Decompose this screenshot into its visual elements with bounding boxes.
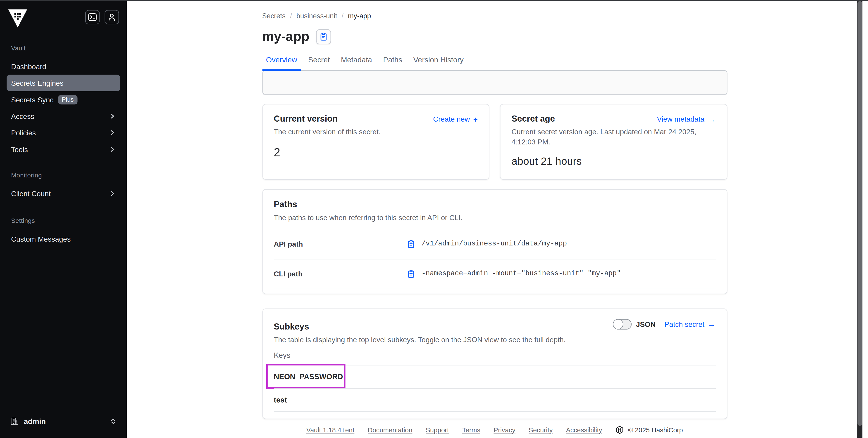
breadcrumb-separator: /: [290, 12, 292, 20]
sidebar-header: [0, 0, 127, 28]
main-area: Secrets / business-unit / my-app my-app: [127, 0, 862, 438]
chevron-right-icon: [109, 113, 116, 119]
json-toggle[interactable]: JSON: [613, 319, 655, 329]
sidebar-section-monitoring: Monitoring: [6, 172, 120, 178]
json-toggle-label: JSON: [636, 320, 656, 328]
sidebar-item-secrets-sync[interactable]: Secrets Sync Plus: [6, 91, 120, 108]
sidebar-section-settings: Settings: [6, 217, 120, 224]
secret-age-description: Current secret version age. Last updated…: [512, 127, 715, 147]
building-icon: [10, 417, 19, 426]
clipboard-copy-icon: [319, 32, 328, 41]
sidebar-nav: Vault Dashboard Secrets Engines Secrets …: [0, 28, 127, 408]
subkeys-title: Subkeys: [274, 322, 309, 332]
breadcrumb-my-app: my-app: [348, 12, 371, 20]
footer-link-documentation[interactable]: Documentation: [368, 426, 412, 434]
sidebar-item-client-count[interactable]: Client Count: [6, 185, 120, 202]
screenshot-stage: Vault Dashboard Secrets Engines Secrets …: [0, 0, 868, 438]
toggle-knob: [613, 319, 623, 329]
sidebar-item-secrets-engines[interactable]: Secrets Engines: [6, 75, 120, 91]
toggle-track[interactable]: [613, 319, 631, 329]
footer-link-privacy[interactable]: Privacy: [494, 426, 515, 434]
copy-api-path-button[interactable]: [407, 240, 415, 248]
sidebar-item-custom-messages[interactable]: Custom Messages: [6, 231, 120, 247]
content-column: Secrets / business-unit / my-app my-app: [262, 12, 727, 419]
namespace-label: admin: [24, 417, 104, 426]
tab-version-history[interactable]: Version History: [409, 56, 467, 70]
sidebar-item-tools[interactable]: Tools: [6, 141, 120, 158]
view-metadata-link[interactable]: View metadata →: [657, 115, 715, 124]
footer-link-vault-version[interactable]: Vault 1.18.4+ent: [306, 426, 354, 434]
footer: Vault 1.18.4+ent Documentation Support T…: [127, 426, 862, 434]
cli-path-value: -namespace=admin -mount="business-unit" …: [422, 270, 621, 277]
footer-copyright: © 2025 HashiCorp: [616, 426, 683, 434]
paths-title: Paths: [274, 200, 715, 209]
copy-secret-path-button[interactable]: [316, 29, 331, 44]
path-rows: API path /v1/admin/business-unit/data/my…: [274, 229, 715, 289]
sidebar-actions: [85, 10, 119, 25]
patch-secret-link[interactable]: Patch secret →: [664, 320, 715, 328]
sidebar-item-dashboard[interactable]: Dashboard: [6, 58, 120, 75]
arrow-right-icon: →: [708, 115, 715, 123]
page-scrollbar[interactable]: [857, 0, 862, 438]
user-icon: [107, 13, 116, 22]
secret-age-title: Secret age: [512, 114, 555, 124]
arrow-right-icon: →: [708, 320, 715, 328]
current-version-card: Current version Create new + The current…: [262, 104, 489, 180]
breadcrumb-secrets[interactable]: Secrets: [262, 12, 285, 20]
title-row: my-app: [262, 28, 727, 45]
sidebar-item-policies[interactable]: Policies: [6, 124, 120, 141]
sidebar: Vault Dashboard Secrets Engines Secrets …: [0, 0, 127, 438]
chevron-right-icon: [109, 146, 116, 153]
api-path-label: API path: [274, 240, 407, 248]
chevron-right-icon: [109, 129, 116, 136]
namespace-picker[interactable]: admin: [8, 413, 119, 429]
footer-link-security[interactable]: Security: [529, 426, 553, 434]
cli-path-label: CLI path: [274, 270, 407, 278]
breadcrumb-business-unit[interactable]: business-unit: [297, 12, 337, 20]
footer-link-accessibility[interactable]: Accessibility: [566, 426, 602, 434]
tab-secret[interactable]: Secret: [304, 56, 334, 70]
breadcrumb-separator: /: [342, 12, 344, 20]
api-path-row: API path /v1/admin/business-unit/data/my…: [274, 229, 715, 259]
tab-paths[interactable]: Paths: [379, 56, 406, 70]
footer-link-support[interactable]: Support: [426, 426, 449, 434]
window-top-edge: [0, 0, 868, 1]
tab-bar: Overview Secret Metadata Paths Version H…: [262, 56, 727, 70]
current-version-title: Current version: [274, 114, 338, 124]
scrollbar-thumb[interactable]: [858, 1, 862, 426]
page-title: my-app: [262, 28, 309, 45]
chevron-right-icon: [109, 190, 116, 197]
up-down-chevrons-icon: [110, 417, 117, 425]
empty-toolbar: [262, 70, 727, 95]
overview-cards: Current version Create new + The current…: [262, 104, 727, 180]
cli-path-row: CLI path -namespace=admin -mount="busine…: [274, 259, 715, 289]
breadcrumb: Secrets / business-unit / my-app: [262, 12, 727, 20]
plus-badge: Plus: [58, 95, 78, 104]
paths-card: Paths The paths to use when referring to…: [262, 189, 727, 294]
keys-column-header: Keys: [274, 351, 715, 360]
subkeys-controls: JSON Patch secret →: [613, 319, 715, 329]
tab-overview[interactable]: Overview: [262, 56, 301, 70]
create-new-link[interactable]: Create new +: [433, 115, 478, 124]
plus-icon: +: [473, 115, 478, 123]
subkeys-card: Subkeys JSON Patch secret → The table is…: [262, 308, 727, 419]
footer-link-terms[interactable]: Terms: [462, 426, 480, 434]
tab-metadata[interactable]: Metadata: [337, 56, 376, 70]
user-menu-button[interactable]: [104, 10, 119, 25]
web-cli-button[interactable]: [85, 10, 100, 25]
current-version-description: The current version of this secret.: [274, 127, 478, 137]
current-version-value: 2: [274, 146, 478, 159]
sidebar-footer: admin: [0, 408, 127, 438]
sidebar-item-access[interactable]: Access: [6, 108, 120, 124]
subkeys-description: The table is displaying the top level su…: [274, 335, 715, 344]
vault-logo-icon[interactable]: [8, 9, 27, 28]
copy-cli-path-button[interactable]: [407, 270, 415, 278]
secret-age-card: Secret age View metadata → Current secre…: [500, 104, 727, 180]
subkey-row-test: test: [274, 388, 715, 411]
api-path-value: /v1/admin/business-unit/data/my-app: [422, 240, 567, 248]
paths-description: The paths to use when referring to this …: [274, 213, 715, 223]
hashicorp-logo-icon: [616, 426, 624, 434]
vault-app: Vault Dashboard Secrets Engines Secrets …: [0, 0, 868, 438]
subkey-row-neon-password: NEON_PASSWORD: [274, 365, 715, 388]
subkeys-table: NEON_PASSWORD test: [274, 365, 715, 412]
